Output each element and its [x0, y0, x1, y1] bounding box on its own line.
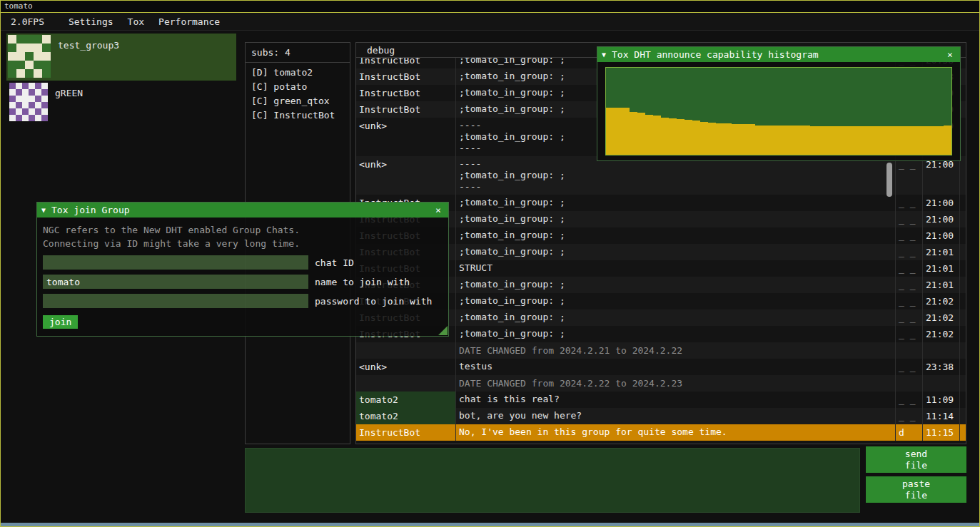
message-text: ;tomato_in_group: ;: [456, 293, 896, 309]
message-time: [923, 342, 960, 359]
sender-name: InstructBot: [356, 101, 456, 118]
message-input[interactable]: [245, 448, 860, 513]
join-window-titlebar[interactable]: ▼ Tox join Group ×: [37, 203, 448, 218]
histogram-bar: [865, 126, 873, 155]
histogram-bar: [763, 126, 771, 155]
histogram-window-titlebar[interactable]: ▼ Tox DHT announce capability histogram …: [597, 47, 960, 62]
histogram-bar: [794, 126, 802, 155]
message-time: 21:01: [923, 244, 960, 260]
fps-counter: 2.0FPS: [4, 14, 51, 29]
sender-name: <unk>: [356, 156, 456, 195]
message-flags: _ _: [896, 359, 923, 375]
menu-item-tox[interactable]: Tox: [121, 14, 151, 29]
histogram-bar: [606, 108, 614, 155]
resize-grip[interactable]: [438, 326, 448, 335]
sender-name: tomato2: [356, 392, 456, 408]
menu-item-settings[interactable]: Settings: [61, 14, 121, 29]
message-time: 11:14: [923, 408, 960, 424]
sender-name: InstructBot: [356, 68, 456, 85]
message-text: ;tomato_in_group: ;: [456, 227, 896, 244]
message-row[interactable]: InstructBotNo, I've been in this group f…: [356, 424, 966, 441]
message-text: ;tomato_in_group: ;: [456, 326, 896, 342]
paste-file-button[interactable]: paste file: [866, 476, 966, 503]
message-time: 21:00: [923, 195, 960, 211]
menu-item-performance[interactable]: Performance: [151, 14, 227, 29]
histogram-bar: [661, 118, 669, 155]
contact-green[interactable]: gREEN: [6, 81, 236, 124]
separator: [246, 62, 350, 63]
join-info-line: NGC refers to the New DHT enabled Group …: [43, 223, 443, 237]
histogram-bar: [645, 115, 653, 155]
histogram-window-title: Tox DHT announce capability histogram: [612, 49, 939, 60]
histogram-plot: [605, 67, 952, 155]
close-icon[interactable]: ×: [944, 49, 956, 60]
send-file-button[interactable]: send file: [866, 446, 966, 473]
message-text: ;tomato_in_group: ;: [456, 244, 896, 260]
window-titlebar[interactable]: tomato: [1, 1, 979, 13]
histogram-bar: [637, 113, 645, 155]
message-text: No, I've been in this group for quite so…: [456, 424, 896, 441]
message-time: 11:15: [923, 424, 960, 441]
join-name-input[interactable]: [43, 275, 308, 289]
message-time: 21:00: [923, 211, 960, 227]
close-icon[interactable]: ×: [433, 205, 444, 215]
histogram-bar: [881, 126, 889, 155]
subs-list-item[interactable]: [C] potato: [246, 80, 350, 94]
collapse-icon[interactable]: ▼: [41, 206, 46, 214]
message-row[interactable]: <unk>testus_ _23:38: [356, 359, 966, 375]
message-time: 23:38: [923, 359, 960, 375]
histogram-window: ▼ Tox DHT announce capability histogram …: [597, 46, 961, 161]
histogram-bar: [928, 126, 936, 155]
message-time: 11:09: [923, 392, 960, 408]
message-row[interactable]: <unk>----;tomato_in_group: ;----_ _21:00: [356, 156, 966, 195]
histogram-bar: [857, 126, 865, 155]
histogram-bar: [944, 126, 951, 155]
message-flags: _ _: [896, 326, 923, 342]
sender-name: tomato2: [356, 408, 456, 424]
date-changed-text: DATE CHANGED from 2024.2.22 to 2024.2.23: [456, 375, 896, 392]
subs-list-item[interactable]: [C] InstructBot: [246, 108, 350, 123]
chat-id-input[interactable]: [43, 255, 308, 270]
histogram-bar: [708, 123, 716, 155]
message-flags: _ _: [896, 309, 923, 326]
message-time: 21:02: [923, 293, 960, 309]
collapse-icon[interactable]: ▼: [602, 51, 606, 58]
histogram-bar: [732, 124, 739, 155]
histogram-bar: [700, 122, 708, 155]
message-text: ----;tomato_in_group: ;----: [456, 156, 896, 195]
field-label: chat ID: [315, 257, 354, 268]
subs-list-item[interactable]: [D] tomato2: [246, 66, 350, 80]
subs-count: subs: 4: [246, 47, 350, 62]
message-row[interactable]: tomato2bot, are you new here?_ _11:14: [356, 408, 966, 424]
subs-list-item[interactable]: [C] green_qtox: [246, 94, 350, 108]
join-button[interactable]: join: [43, 315, 78, 329]
histogram-bar: [779, 126, 787, 155]
message-time: 21:02: [923, 326, 960, 342]
message-text: STRUCT: [456, 260, 896, 277]
message-flags: _ _: [896, 293, 923, 309]
histogram-bar: [936, 126, 944, 155]
join-password-input[interactable]: [43, 294, 308, 308]
message-flags: _ _: [896, 195, 923, 211]
histogram-bar: [669, 118, 677, 155]
sender-name: <unk>: [356, 118, 456, 156]
group-avatar: [8, 35, 51, 78]
window-resize-edge: [1, 523, 979, 526]
group-avatar: [9, 83, 48, 121]
histogram-bar: [716, 123, 724, 155]
contact-name: gREEN: [55, 88, 83, 123]
window-title: tomato: [4, 1, 33, 11]
message-text: chat is this real?: [456, 392, 896, 408]
histogram-bar: [614, 108, 622, 155]
histogram-bar: [747, 124, 755, 155]
message-row[interactable]: tomato2chat is this real?_ _11:09: [356, 392, 966, 408]
tab-debug[interactable]: debug: [367, 45, 395, 56]
message-flags: _ _: [896, 244, 923, 260]
histogram-bar: [739, 124, 747, 155]
message-flags: d: [896, 424, 923, 441]
subs-list: [D] tomato2[C] potato[C] green_qtox[C] I…: [246, 66, 350, 123]
scrollbar-thumb[interactable]: [886, 163, 892, 197]
sender-name: <unk>: [356, 359, 456, 375]
contact-test-group3[interactable]: test_group3: [6, 34, 236, 81]
message-text: ;tomato_in_group: ;: [456, 277, 896, 293]
